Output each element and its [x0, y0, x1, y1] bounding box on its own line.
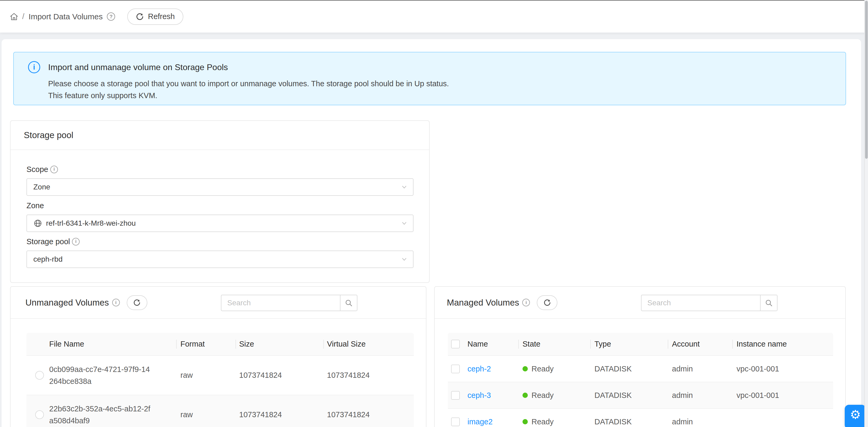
scope-select[interactable]: Zone [27, 178, 413, 196]
storage-pool-card: Storage pool Scope i Zone Zone ref-trl-6… [10, 120, 430, 283]
virtual-size-cell: 1073741824 [323, 395, 414, 427]
type-cell: DATADISK [590, 409, 668, 427]
scope-label: Scope i [27, 163, 413, 175]
row-radio[interactable] [35, 410, 44, 419]
row-checkbox[interactable] [451, 365, 460, 373]
alert-line1: Please choose a storage pool that you wa… [48, 78, 449, 90]
managed-volumes-header: Managed Volumes i [435, 287, 845, 319]
column-name: Name [464, 333, 518, 355]
row-checkbox[interactable] [451, 418, 460, 426]
column-virtual-size: Virtual Size [323, 333, 414, 355]
state-value: Ready [531, 365, 554, 373]
managed-info-icon[interactable]: i [522, 299, 530, 306]
state-value: Ready [531, 391, 554, 400]
column-instance-name: Instance name [732, 333, 833, 355]
row-radio[interactable] [35, 371, 44, 379]
table-row[interactable]: image2 Ready DATADISK admin [448, 408, 833, 427]
unmanaged-table-header: File Name Format Size Virtual Size [27, 333, 414, 355]
breadcrumb-bar: / Import Data Volumes ? Refresh [0, 1, 868, 33]
type-cell: DATADISK [590, 356, 668, 382]
table-row[interactable]: 22b63c2b-352a-4ec5-ab12-2fa508d4baf9 raw… [27, 395, 414, 427]
column-size: Size [236, 333, 323, 355]
reload-icon [544, 299, 551, 306]
storage-pool-card-header: Storage pool [10, 121, 429, 150]
info-glyph: i [115, 300, 117, 305]
unmanaged-volumes-title: Unmanaged Volumes [25, 298, 109, 308]
managed-refresh-button[interactable] [537, 295, 557, 310]
account-cell: admin [668, 356, 732, 382]
format-cell: raw [176, 395, 236, 427]
volume-link[interactable]: ceph-3 [467, 391, 491, 400]
file-name-cell: 0cb099aa-cc7e-4721-97f9-14264bce838a [44, 356, 176, 395]
search-icon [765, 299, 773, 307]
unmanaged-select-column [27, 333, 44, 355]
status-dot [523, 393, 528, 398]
column-type: Type [590, 333, 668, 355]
info-glyph: i [75, 239, 77, 244]
scope-label-text: Scope [27, 165, 48, 174]
chevron-down-icon [401, 256, 408, 263]
help-icon[interactable]: ? [107, 12, 115, 21]
state-cell: Ready [518, 356, 590, 382]
row-select-cell [448, 382, 464, 408]
column-format: Format [176, 333, 236, 355]
file-name-value: 0cb099aa-cc7e-4721-97f9-14264bce838a [49, 364, 151, 387]
volume-link[interactable]: ceph-2 [467, 365, 491, 373]
instance-cell: vpc-001-001 [732, 356, 833, 382]
settings-fab[interactable]: ⚙ [845, 405, 866, 427]
select-all-checkbox[interactable] [451, 340, 460, 348]
name-cell: image2 [464, 409, 518, 427]
volume-link[interactable]: image2 [467, 418, 493, 426]
zone-field: Zone ref-trl-6341-k-Mr8-wei-zhou [27, 200, 413, 232]
page-title: Import Data Volumes [29, 12, 103, 21]
row-select-cell [27, 395, 44, 427]
unmanaged-search [221, 295, 358, 311]
zone-label: Zone [27, 200, 413, 212]
managed-table-header: Name State Type Account Instance name [448, 333, 833, 355]
chevron-down-icon [401, 184, 408, 190]
status-dot [523, 366, 528, 371]
info-glyph: i [33, 63, 35, 71]
unmanaged-volumes-table: File Name Format Size Virtual Size 0cb09… [27, 333, 414, 427]
unmanaged-info-icon[interactable]: i [112, 299, 120, 306]
scope-info-icon[interactable]: i [50, 165, 58, 173]
file-name-value: 22b63c2b-352a-4ec5-ab12-2fa508d4baf9 [49, 403, 151, 427]
zone-select[interactable]: ref-trl-6341-k-Mr8-wei-zhou [27, 215, 413, 232]
column-file-name: File Name [44, 333, 176, 355]
status-dot [523, 419, 528, 424]
scrollbar[interactable] [864, 0, 868, 427]
home-icon[interactable] [9, 12, 19, 21]
state-value: Ready [531, 418, 554, 426]
table-row[interactable]: ceph-2 Ready DATADISK admin vpc-001-001 [448, 355, 833, 382]
storage-pool-info-icon[interactable]: i [72, 238, 80, 245]
scrollbar-thumb[interactable] [865, 1, 868, 159]
table-row[interactable]: ceph-3 Ready DATADISK admin vpc-001-001 [448, 382, 833, 408]
refresh-button[interactable]: Refresh [127, 8, 183, 25]
globe-icon [33, 219, 42, 228]
refresh-label: Refresh [148, 12, 175, 21]
managed-volumes-table: Name State Type Account Instance name ce… [448, 333, 833, 427]
unmanaged-search-input[interactable] [221, 295, 340, 311]
row-select-cell [448, 356, 464, 382]
zone-label-text: Zone [27, 201, 44, 210]
select-all-cell [448, 333, 464, 355]
gear-icon: ⚙ [850, 408, 861, 421]
file-name-cell: 22b63c2b-352a-4ec5-ab12-2fa508d4baf9 [44, 395, 176, 427]
column-state: State [518, 333, 590, 355]
main-panel: i Import and unmanage volume on Storage … [2, 39, 861, 427]
storage-pool-select[interactable]: ceph-rbd [27, 250, 413, 268]
unmanaged-search-button[interactable] [340, 295, 358, 311]
alert-description: Please choose a storage pool that you wa… [48, 78, 449, 101]
storage-pool-card-title: Storage pool [24, 130, 73, 140]
size-cell: 1073741824 [236, 356, 323, 395]
scope-select-value: Zone [33, 183, 50, 191]
table-row[interactable]: 0cb099aa-cc7e-4721-97f9-14264bce838a raw… [27, 355, 414, 395]
row-checkbox[interactable] [451, 391, 460, 400]
storage-pool-label-text: Storage pool [27, 237, 70, 246]
managed-search-input[interactable] [641, 295, 760, 311]
alert-title: Import and unmanage volume on Storage Po… [48, 62, 228, 72]
virtual-size-cell: 1073741824 [323, 356, 414, 395]
scope-field: Scope i Zone [27, 163, 413, 196]
managed-search-button[interactable] [760, 295, 777, 311]
unmanaged-refresh-button[interactable] [127, 295, 147, 310]
